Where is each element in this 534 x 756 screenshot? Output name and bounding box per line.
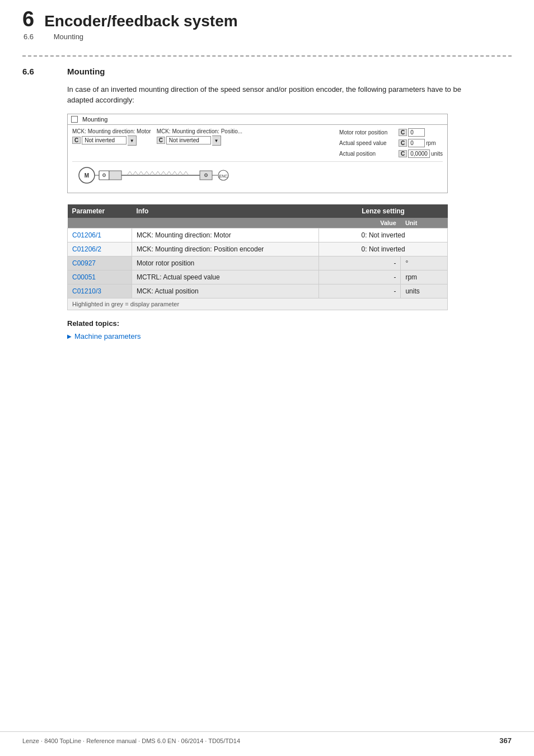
val2-label: Actual speed value: [339, 140, 395, 146]
control-group-1: MCK: Mounting direction: Motor C Not inv…: [72, 128, 151, 146]
param-cell[interactable]: C00051: [68, 270, 132, 284]
table-row: C00051MCTRL: Actual speed value-rpm: [68, 270, 448, 284]
param-cell[interactable]: C00927: [68, 256, 132, 270]
diagram-area: M ⚙: [72, 161, 443, 189]
info-cell: MCK: Actual position: [132, 284, 318, 298]
value-cell: 0: Not inverted: [319, 228, 448, 242]
arrow-right-icon: ▶: [67, 333, 72, 339]
val2-badge: C: [399, 139, 407, 147]
unit-cell: °: [401, 256, 448, 270]
info-cell: MCK: Mounting direction: Motor: [132, 228, 318, 242]
mounting-box: Mounting MCK: Mounting direction: Motor …: [67, 114, 448, 193]
machine-parameters-label: Machine parameters: [74, 332, 141, 340]
footer-right: 367: [499, 736, 512, 745]
page-container: 6 Encoder/feedback system 6.6 Mounting 6…: [0, 0, 534, 756]
th-value: Value: [319, 218, 401, 228]
ctrl2-value[interactable]: Not inverted: [166, 136, 211, 144]
table-row: C00927Motor rotor position-°: [68, 256, 448, 270]
val3-badge: C: [399, 150, 407, 157]
svg-text:⚙: ⚙: [204, 172, 208, 178]
value-cell: -: [319, 270, 401, 284]
chapter-num: 6: [22, 8, 34, 31]
ctrl2-arrow[interactable]: ▼: [212, 136, 221, 146]
mounting-controls: MCK: Mounting direction: Motor C Not inv…: [68, 125, 447, 193]
info-cell: Motor rotor position: [132, 256, 318, 270]
val2-field: C 0 rpm: [399, 139, 435, 147]
chapter-title: 6 Encoder/feedback system: [22, 8, 512, 31]
unit-cell: units: [401, 284, 448, 298]
value-cell: 0: Not inverted: [319, 242, 448, 256]
val3-unit: units: [431, 151, 443, 157]
footer: Lenze · 8400 TopLine · Reference manual …: [0, 731, 534, 745]
val1-label: Motor rotor position: [339, 129, 395, 136]
checkbox-icon: [71, 116, 78, 123]
mounting-box-label: Mounting: [82, 116, 107, 123]
section-title: 6.6 Mounting: [22, 67, 512, 76]
param-link[interactable]: C01206/1: [72, 231, 101, 239]
sub-heading: 6.6 Mounting: [22, 32, 512, 41]
unit-cell: rpm: [401, 270, 448, 284]
dashed-divider: [22, 55, 512, 57]
controls-row: MCK: Mounting direction: Motor C Not inv…: [72, 128, 443, 158]
ctrl2-label: MCK: Mounting direction: Positio...: [157, 128, 242, 134]
ctrl1-arrow[interactable]: ▼: [128, 136, 137, 146]
chapter-name: Encoder/feedback system: [44, 12, 238, 30]
svg-text:⚙: ⚙: [102, 172, 106, 178]
info-cell: MCK: Mounting direction: Position encode…: [132, 242, 318, 256]
mounting-box-title: Mounting: [68, 114, 447, 125]
info-cell: MCTRL: Actual speed value: [132, 270, 318, 284]
val3-field: C 0,0000 units: [399, 150, 443, 158]
val1-input: 0: [408, 128, 425, 137]
val2-input: 0: [408, 139, 425, 147]
section-body: In case of an inverted mounting directio…: [67, 84, 512, 340]
ctrl1-label: MCK: Mounting direction: Motor: [72, 128, 151, 134]
param-table: Parameter Info Lenze setting Value Unit …: [67, 204, 448, 310]
ctrl2-select: C Not inverted ▼: [157, 136, 242, 146]
val2-unit: rpm: [426, 140, 435, 146]
table-subheader-row: Value Unit: [68, 218, 448, 228]
right-values: Motor rotor position C 0 Actual speed va…: [339, 128, 443, 158]
val3-input: 0,0000: [408, 150, 430, 158]
section-num: 6.6: [22, 67, 50, 76]
param-cell[interactable]: C01206/1: [68, 228, 132, 242]
param-link[interactable]: C01206/2: [72, 245, 101, 253]
table-row: C01206/1MCK: Mounting direction: Motor0:…: [68, 228, 448, 242]
value-cell: -: [319, 284, 401, 298]
value-cell: -: [319, 256, 401, 270]
param-link[interactable]: C00051: [72, 273, 96, 281]
param-link[interactable]: C01210/3: [72, 287, 101, 295]
svg-text:ENC: ENC: [219, 174, 228, 178]
footer-left: Lenze · 8400 TopLine · Reference manual …: [22, 738, 240, 744]
section-name: Mounting: [67, 67, 105, 76]
note-cell: Highlighted in grey = display parameter: [68, 298, 448, 310]
header: 6 Encoder/feedback system 6.6 Mounting: [0, 0, 534, 45]
machine-parameters-link[interactable]: ▶ Machine parameters: [67, 332, 512, 340]
sub-name: Mounting: [54, 32, 83, 41]
param-cell[interactable]: C01206/2: [68, 242, 132, 256]
table-header-row: Parameter Info Lenze setting: [68, 204, 448, 218]
main-content: 6.6 Mounting In case of an inverted moun…: [0, 67, 534, 363]
th-lenze-setting: Lenze setting: [319, 204, 448, 218]
table-row: C01206/2MCK: Mounting direction: Positio…: [68, 242, 448, 256]
ctrl1-value[interactable]: Not inverted: [82, 136, 127, 144]
motor-diagram-svg: M ⚙: [77, 163, 278, 188]
value-row-3: Actual position C 0,0000 units: [339, 150, 443, 158]
related-topics: Related topics: ▶ Machine parameters: [67, 319, 512, 340]
ctrl2-badge: C: [157, 137, 165, 144]
control-group-2: MCK: Mounting direction: Positio... C No…: [157, 128, 242, 146]
th-info: Info: [132, 204, 318, 218]
svg-text:M: M: [85, 172, 89, 179]
value-row-2: Actual speed value C 0 rpm: [339, 139, 443, 147]
intro-text: In case of an inverted mounting directio…: [67, 84, 470, 106]
value-row-1: Motor rotor position C 0: [339, 128, 443, 137]
related-topics-title: Related topics:: [67, 319, 512, 328]
val3-label: Actual position: [339, 151, 395, 157]
table-row: C01210/3MCK: Actual position-units: [68, 284, 448, 298]
val1-badge: C: [399, 129, 407, 136]
sub-num: 6.6: [24, 32, 51, 41]
param-link[interactable]: C00927: [72, 259, 96, 267]
th-unit: Unit: [401, 218, 448, 228]
param-cell[interactable]: C01210/3: [68, 284, 132, 298]
ctrl1-select: C Not inverted ▼: [72, 136, 151, 146]
ctrl1-badge: C: [72, 137, 81, 144]
